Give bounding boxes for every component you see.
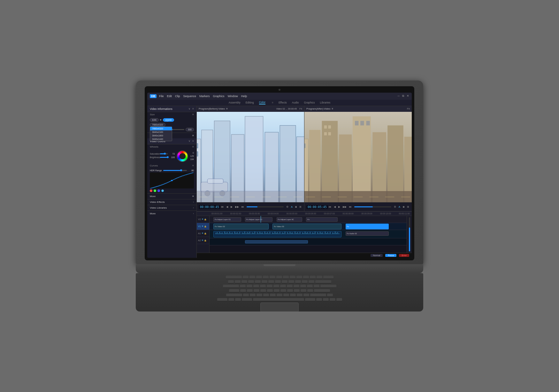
tab-audio[interactable]: Audio bbox=[292, 101, 299, 104]
key-tab bbox=[223, 285, 239, 288]
trackpad[interactable] bbox=[260, 303, 299, 311]
before-letter-a[interactable]: A bbox=[290, 205, 293, 208]
v1-track-row: Fx Video 02 Fx Video 03 Fx bbox=[210, 223, 407, 230]
tab-libraries[interactable]: Libraries bbox=[320, 101, 331, 104]
after-letter-a[interactable]: A bbox=[398, 205, 401, 208]
after-play[interactable]: ▶ bbox=[338, 205, 341, 208]
before-settings-icon[interactable]: ⚙ bbox=[286, 205, 289, 208]
fx-block-v2-2[interactable]: Fx Adjust Layer 02 bbox=[245, 217, 272, 222]
btn-qhd[interactable]: (Q)HD bbox=[163, 118, 174, 122]
curves-graph[interactable] bbox=[150, 173, 194, 188]
video-libraries-row[interactable]: Video Libraries › bbox=[147, 205, 196, 211]
res-option-3[interactable]: 3840x1800 bbox=[150, 134, 172, 137]
v1-eye-icon[interactable]: 👁 bbox=[202, 225, 203, 227]
key-4 bbox=[255, 280, 261, 283]
v2-eye-icon[interactable]: 👁 bbox=[202, 218, 203, 220]
before-progress[interactable] bbox=[247, 206, 284, 207]
before-skip-start[interactable]: ⏮ bbox=[220, 205, 224, 208]
preview-after-fit[interactable]: Fit bbox=[407, 107, 410, 110]
after-skip-end[interactable]: ⏭ bbox=[348, 205, 352, 208]
tab-settings-icon[interactable]: ≡ bbox=[272, 101, 273, 104]
dot-blue[interactable] bbox=[157, 189, 160, 192]
volume-fader[interactable] bbox=[409, 217, 410, 251]
preview-before-fit[interactable]: Fit bbox=[299, 107, 302, 110]
video-block-v1-2[interactable]: Fx Video 03 bbox=[272, 224, 341, 229]
after-timeline-controls: 00:00:05:45 ⏮ ◀ ▶ ▶▶ ⏭ bbox=[304, 202, 412, 211]
tab-editing[interactable]: Editing bbox=[246, 101, 254, 104]
res-current-btn[interactable]: 7680x4320 bbox=[150, 123, 165, 127]
a1-lock-icon[interactable]: 🔒 bbox=[204, 232, 206, 234]
after-settings-icon[interactable]: ⚙ bbox=[393, 205, 397, 208]
before-skip-end[interactable]: ⏭ bbox=[241, 205, 245, 208]
a2-lock-icon[interactable]: 🔒 bbox=[204, 239, 206, 242]
tab-graphics[interactable]: Graphics bbox=[304, 101, 315, 104]
dot-cyan[interactable] bbox=[161, 189, 164, 192]
before-prev-frame[interactable]: ◀ bbox=[226, 205, 229, 208]
audio-block-a1-fx[interactable]: Fx Audio 02 bbox=[346, 231, 389, 236]
status-normal-btn[interactable]: Normal bbox=[371, 254, 383, 257]
status-error-btn[interactable]: Error bbox=[399, 254, 409, 257]
sat-slider[interactable] bbox=[160, 153, 168, 154]
menu-help[interactable]: Help bbox=[241, 95, 247, 98]
video-info-header[interactable]: Video Informations ∨ ≡ bbox=[147, 106, 196, 112]
menu-sequence[interactable]: Sequence bbox=[183, 95, 196, 98]
hdr-slider[interactable] bbox=[163, 170, 187, 171]
close-button[interactable]: ✕ bbox=[407, 94, 409, 98]
before-next-frame[interactable]: ▶▶ bbox=[234, 205, 240, 208]
video-colors-menu-icon[interactable]: ≡ bbox=[192, 140, 194, 142]
fx-block-v2-3[interactable]: Fx Adjust Layer 0C bbox=[277, 217, 302, 222]
menu-window[interactable]: Window bbox=[228, 95, 238, 98]
resolution-dropdown[interactable]: 7680x4320 7680x4320 3840x2160 3840x1800 … bbox=[150, 123, 165, 127]
before-camera-icon[interactable]: ◙ bbox=[295, 205, 297, 208]
menu-clip[interactable]: Clip bbox=[175, 95, 180, 98]
menu-graphics[interactable]: Graphics bbox=[213, 95, 225, 98]
audio-block-a1[interactable] bbox=[213, 231, 341, 237]
menu-file[interactable]: File bbox=[159, 95, 164, 98]
after-camera-icon[interactable]: ◙ bbox=[402, 205, 405, 208]
size-menu-icon[interactable]: ≡ bbox=[192, 113, 194, 116]
preview-after-menu-icon[interactable]: ≡ bbox=[332, 107, 333, 110]
video-block-v1-3[interactable]: Fx bbox=[346, 224, 389, 229]
keyboard-rows bbox=[142, 276, 417, 301]
bright-slider[interactable] bbox=[160, 157, 168, 158]
dot-green[interactable] bbox=[154, 189, 156, 192]
tab-effects[interactable]: Effects bbox=[279, 101, 287, 104]
preview-before-menu-icon[interactable]: ≡ bbox=[226, 107, 228, 110]
res-option-1[interactable]: 7680x4320 bbox=[150, 127, 172, 130]
res-option-2[interactable]: 3840x2160 bbox=[150, 130, 172, 134]
v1-lock-icon[interactable]: 🔒 bbox=[204, 225, 206, 227]
status-focus-btn[interactable]: Focus bbox=[385, 254, 396, 257]
dot-red[interactable] bbox=[150, 189, 152, 192]
after-crop-icon[interactable]: ⊞ bbox=[406, 205, 410, 208]
before-play[interactable]: ▶ bbox=[230, 205, 233, 208]
after-progress[interactable] bbox=[354, 206, 391, 207]
btn-8-4k[interactable]: 8/4K bbox=[150, 118, 159, 122]
camera bbox=[279, 89, 280, 91]
hdr-value: 80 bbox=[188, 169, 194, 172]
a2-eye-icon[interactable]: 👁 bbox=[202, 239, 203, 242]
video-info-menu-icon[interactable]: ≡ bbox=[192, 107, 194, 110]
video-effects-row[interactable]: Video Effects › bbox=[147, 199, 196, 205]
color-wheel[interactable] bbox=[177, 150, 188, 162]
wheels-menu-icon[interactable]: ≡ bbox=[192, 145, 194, 148]
video-block-v1-1[interactable]: Fx Video 02 bbox=[213, 224, 269, 229]
more-3-row[interactable]: More › bbox=[147, 211, 196, 216]
maximize-button[interactable]: ⧉ bbox=[402, 94, 404, 98]
after-prev-frame[interactable]: ◀ bbox=[333, 205, 336, 208]
menu-markers[interactable]: Markers bbox=[199, 95, 210, 98]
after-next-frame[interactable]: ▶▶ bbox=[342, 205, 347, 208]
a1-eye-icon[interactable]: 👁 bbox=[202, 232, 203, 234]
after-skip-start[interactable]: ⏮ bbox=[328, 205, 332, 208]
audio-block-a2[interactable] bbox=[245, 240, 308, 243]
more-2-row[interactable]: More ≡ bbox=[147, 193, 196, 199]
curves-menu-icon[interactable]: ≡ bbox=[192, 164, 194, 167]
fx-block-v2-4[interactable]: Fx bbox=[306, 217, 338, 222]
menu-edit[interactable]: Edit bbox=[167, 95, 172, 98]
minimize-button[interactable]: ─ bbox=[398, 94, 400, 98]
res-option-4[interactable]: 3440x1440 bbox=[150, 137, 172, 141]
v2-lock-icon[interactable]: 🔒 bbox=[204, 218, 206, 220]
fx-block-v2-1[interactable]: Fx Adjust Layer 01 bbox=[213, 217, 241, 222]
tab-assembly[interactable]: Assembly bbox=[229, 101, 241, 104]
before-crop-icon[interactable]: ⊞ bbox=[299, 205, 302, 208]
tab-color[interactable]: Color bbox=[259, 101, 265, 104]
